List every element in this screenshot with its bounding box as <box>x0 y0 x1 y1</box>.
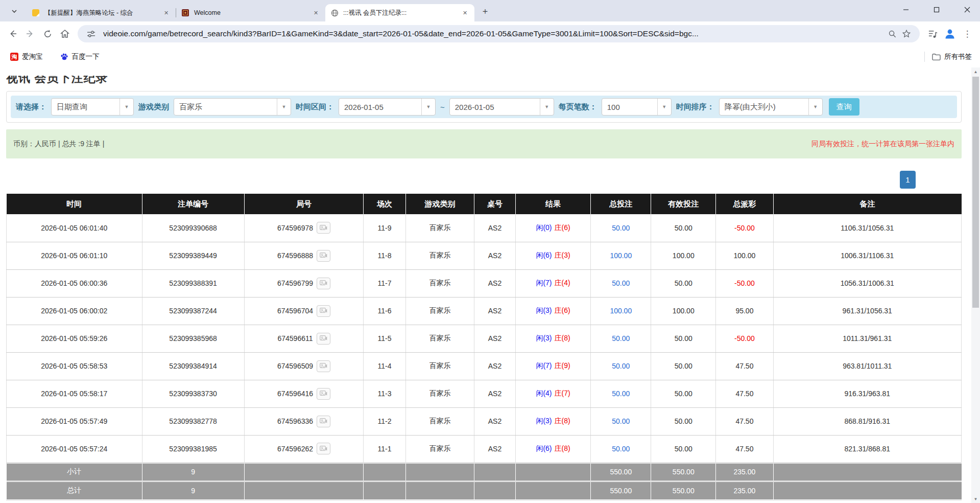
table-row: 2026-01-05 06:01:40 523099390688 6745969… <box>7 214 962 242</box>
total-bet-link[interactable]: 50.00 <box>612 224 630 232</box>
refresh-icon[interactable] <box>39 25 56 42</box>
close-icon[interactable]: ✕ <box>312 9 320 17</box>
column-header: 总投注 <box>591 194 651 214</box>
forum-favicon-icon <box>32 9 40 17</box>
minimize-icon[interactable] <box>900 4 912 15</box>
bookmark-star-icon[interactable] <box>899 27 914 41</box>
table-row: 2026-01-05 06:00:36 523099388391 6745967… <box>7 269 962 297</box>
table-row: 2026-01-05 05:58:53 523099384914 6745965… <box>7 352 962 380</box>
column-header: 注单编号 <box>142 194 244 214</box>
scrollbar-thumb[interactable] <box>972 77 979 308</box>
table-code-cell: AS2 <box>474 407 515 435</box>
session-cell: 11-2 <box>364 407 405 435</box>
url-text[interactable]: videoie.com/game/betrecord_search/kind3?… <box>103 29 885 38</box>
time-cell: 2026-01-05 05:58:17 <box>7 380 142 407</box>
profile-avatar[interactable] <box>941 25 959 42</box>
column-header: 有效投注 <box>651 194 716 214</box>
replay-video-icon[interactable] <box>317 388 330 400</box>
total-bet-link[interactable]: 50.00 <box>612 279 630 287</box>
zoom-magnifier-icon[interactable] <box>885 27 899 41</box>
game-type-cell: 百家乐 <box>405 242 474 269</box>
scroll-down-icon[interactable]: ▼ <box>971 495 980 503</box>
total-bet-link[interactable]: 50.00 <box>612 334 630 342</box>
date-end-select[interactable]: 2026-01-05 ▼ <box>449 98 554 116</box>
summary-bar: 币别：人民币 | 总共 :9 注单 | 同局有效投注，统一计算在该局第一张注单内 <box>6 129 962 158</box>
round-id: 674596509 <box>277 362 313 370</box>
replay-video-icon[interactable] <box>317 305 330 317</box>
baidu-paw-icon <box>60 53 68 61</box>
close-icon[interactable]: ✕ <box>461 9 469 17</box>
result-cell: 闲(3)庄(6) <box>515 297 591 325</box>
bookmark-baidu[interactable]: 百度一下 <box>58 51 102 63</box>
replay-video-icon[interactable] <box>317 416 330 427</box>
pagination-page-1[interactable]: 1 <box>900 171 916 189</box>
new-tab-button[interactable]: ＋ <box>479 4 492 17</box>
tab-strip: 【新提醒】海燕策略论坛 - 综合 ✕ Welcome ✕ :::视讯 会员下注纪… <box>0 0 980 21</box>
game-type-cell: 百家乐 <box>405 269 474 297</box>
bet-id-cell: 523099390688 <box>142 214 244 242</box>
replay-video-icon[interactable] <box>317 333 330 345</box>
tab-forum[interactable]: 【新提醒】海燕策略论坛 - 综合 ✕ <box>27 4 176 21</box>
valid-bet-cell: 50.00 <box>651 380 716 407</box>
remark-cell: 868.81/916.31 <box>773 407 961 435</box>
payout-cell: 47.50 <box>716 352 773 380</box>
bookmarks-divider <box>924 52 925 62</box>
total-bet-link[interactable]: 100.00 <box>610 307 632 315</box>
replay-video-icon[interactable] <box>317 278 330 289</box>
replay-video-icon[interactable] <box>317 222 330 234</box>
total-bet-link[interactable]: 50.00 <box>612 445 630 453</box>
total-bet-link[interactable]: 50.00 <box>612 390 630 398</box>
tab-list-chevron-icon[interactable] <box>7 4 21 18</box>
column-header: 游戏类别 <box>405 194 474 214</box>
tab-title: Welcome <box>194 9 307 16</box>
round-cell: 674596888 <box>244 242 364 269</box>
site-settings-tune-icon[interactable] <box>84 27 98 41</box>
payout-cell: -50.00 <box>716 269 773 297</box>
replay-video-icon[interactable] <box>317 360 330 372</box>
forward-icon[interactable] <box>21 25 39 42</box>
all-bookmarks-label: 所有书签 <box>944 52 972 61</box>
banker-result: 庄(8) <box>555 334 570 342</box>
column-header: 时间 <box>7 194 142 214</box>
close-icon[interactable]: ✕ <box>162 9 171 17</box>
chevron-down-icon: ▼ <box>540 99 554 115</box>
time-cell: 2026-01-05 06:01:40 <box>7 214 142 242</box>
bookmark-taobao[interactable]: 淘 爱淘宝 <box>8 51 45 63</box>
total-bet-link[interactable]: 50.00 <box>612 417 630 425</box>
query-button[interactable]: 查询 <box>829 98 859 116</box>
media-controls-icon[interactable] <box>924 25 941 42</box>
game-type-cell: 百家乐 <box>405 214 474 242</box>
tab-welcome[interactable]: Welcome ✕ <box>176 4 325 21</box>
game-type-select[interactable]: 百家乐 ▼ <box>174 98 291 116</box>
replay-video-icon[interactable] <box>317 250 330 262</box>
total-bet-cell: 50.00 <box>591 435 651 463</box>
scroll-up-icon[interactable]: ▲ <box>971 67 980 76</box>
result-cell: 闲(7)庄(4) <box>515 269 591 297</box>
query-type-select[interactable]: 日期查询 ▼ <box>51 98 134 116</box>
replay-video-icon[interactable] <box>317 443 330 454</box>
all-bookmarks-button[interactable]: 所有书签 <box>932 52 972 61</box>
sort-select[interactable]: 降幂(由大到小) ▼ <box>719 98 823 116</box>
total-bet-link[interactable]: 50.00 <box>612 362 630 370</box>
total-bet-link[interactable]: 100.00 <box>610 252 632 260</box>
total-bet-cell: 50.00 <box>591 269 651 297</box>
session-cell: 11-9 <box>364 214 405 242</box>
tab-bet-record-active[interactable]: :::视讯 会员下注纪录::: ✕ <box>325 4 474 21</box>
total-bet-cell: 50.00 <box>591 214 651 242</box>
session-cell: 11-4 <box>364 352 405 380</box>
address-bar[interactable]: videoie.com/game/betrecord_search/kind3?… <box>78 25 920 42</box>
payout-cell: 47.50 <box>716 435 773 463</box>
back-icon[interactable] <box>4 25 21 42</box>
maximize-icon[interactable] <box>931 4 942 15</box>
home-icon[interactable] <box>56 25 74 42</box>
chevron-down-icon: ▼ <box>657 99 671 115</box>
bet-id-cell: 523099389449 <box>142 242 244 269</box>
payout-cell: 47.50 <box>716 380 773 407</box>
round-id: 674596336 <box>277 417 313 425</box>
page-size-select[interactable]: 100 ▼ <box>602 98 672 116</box>
window-close-icon[interactable] <box>962 4 973 15</box>
date-start-select[interactable]: 2026-01-05 ▼ <box>339 98 436 116</box>
menu-dots-icon[interactable]: ⋮ <box>959 25 976 42</box>
page-scrollbar[interactable]: ▲ ▼ <box>971 67 980 503</box>
globe-favicon-icon <box>330 9 339 17</box>
